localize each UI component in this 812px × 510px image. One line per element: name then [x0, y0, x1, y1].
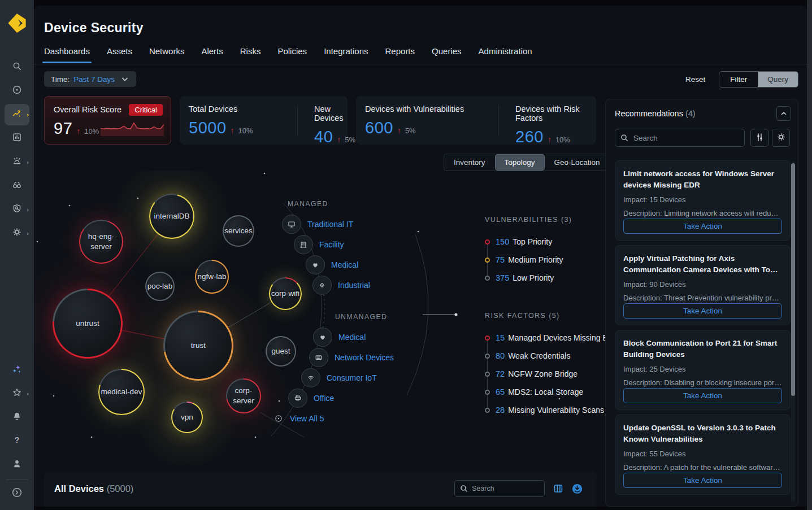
devices-search-input[interactable]: [454, 480, 545, 497]
view-tab-inventory[interactable]: Inventory: [444, 154, 495, 171]
tab-dashboards[interactable]: Dashboards: [44, 46, 90, 63]
filter-button[interactable]: Filter: [719, 72, 758, 87]
user-icon: [12, 459, 22, 471]
sidebar-nav-top: ››››: [0, 56, 34, 244]
tab-queries[interactable]: Queries: [432, 46, 462, 63]
category-item-network-devices[interactable]: Network Devices: [309, 348, 394, 367]
list-item[interactable]: 75Medium Priority: [485, 251, 620, 269]
sidebar-item-alerts[interactable]: ›: [5, 151, 29, 173]
list-item[interactable]: 375Low Priority: [485, 269, 620, 287]
settings-button[interactable]: [772, 129, 790, 147]
sidebar-item-discover[interactable]: [5, 175, 29, 197]
sort-filter-button[interactable]: [750, 129, 768, 147]
download-icon[interactable]: [572, 483, 583, 494]
collapse-panel-button[interactable]: [776, 106, 791, 121]
recommendations-search-input[interactable]: [615, 129, 745, 147]
query-button[interactable]: Query: [758, 72, 798, 87]
heart-icon: [306, 255, 325, 274]
topology-node-medical-dev[interactable]: medical-dev: [98, 369, 145, 415]
category-item-traditional-it[interactable]: Traditional IT: [282, 215, 353, 234]
category-item-facility[interactable]: Facility: [294, 235, 344, 254]
topology-node-trust[interactable]: trust: [163, 311, 233, 381]
topology-node-corp-server[interactable]: corp- server: [226, 378, 261, 413]
recommendation-card: Update OpenSSL to Version 3.0.3 to Patch…: [615, 415, 791, 495]
sidebar-item-favorites[interactable]: ›: [5, 383, 29, 404]
kpi-title: Devices with Vulnerabilities: [365, 104, 464, 114]
sidebar-item-settings[interactable]: ›: [5, 223, 29, 244]
category-item-office[interactable]: Office: [288, 389, 334, 408]
tab-policies[interactable]: Policies: [277, 46, 307, 63]
svg-text:?: ?: [15, 435, 20, 444]
sidebar-item-detect[interactable]: [5, 80, 29, 102]
sidebar-item-asset-search[interactable]: ›: [5, 199, 29, 220]
sidebar-item-search[interactable]: [5, 56, 29, 78]
take-action-button[interactable]: Take Action: [623, 388, 782, 403]
status-dot-icon: [485, 354, 490, 359]
tab-reports[interactable]: Reports: [385, 46, 415, 63]
category-item-medical[interactable]: Medical: [306, 255, 358, 274]
building-icon: [294, 235, 313, 254]
columns-icon[interactable]: [553, 483, 563, 494]
topology-node-hq-eng-server[interactable]: hq-eng- server: [79, 220, 123, 264]
reset-button[interactable]: Reset: [685, 75, 705, 84]
list-item[interactable]: 150Top Priority: [485, 233, 620, 251]
kpi-divider: [498, 105, 499, 136]
tab-assets[interactable]: Assets: [107, 46, 132, 63]
tab-administration[interactable]: Administration: [479, 46, 532, 63]
status-dot-icon: [485, 390, 490, 395]
topology-node-services[interactable]: services: [223, 215, 254, 247]
recommendation-title: Block Communication to Port 21 for Smart…: [623, 338, 782, 360]
tab-risks[interactable]: Risks: [240, 46, 261, 63]
scrollbar-thumb[interactable]: [791, 163, 795, 396]
recommendations-title: Recommendations (4): [615, 109, 696, 118]
list-item[interactable]: 15Managed Devices Missing EDR: [485, 329, 620, 347]
node-label: ngfw-lab: [197, 272, 226, 282]
sidebar-item-notifications[interactable]: [5, 407, 29, 428]
recommendation-card: Apply Virtual Patching for Axis Communic…: [615, 245, 791, 325]
time-filter[interactable]: Time: Past 7 Days: [44, 71, 136, 87]
view-tab-topology[interactable]: Topology: [495, 154, 545, 171]
sidebar-item-help[interactable]: ?: [5, 430, 29, 452]
sidebar-item-collapse[interactable]: [5, 483, 29, 504]
all-devices-bar: All Devices (5000): [44, 472, 596, 507]
topology-node-ngfw-lab[interactable]: ngfw-lab: [195, 260, 229, 294]
topology-node-guest[interactable]: guest: [266, 336, 296, 367]
node-body: corp-wifi: [270, 278, 301, 309]
list-item[interactable]: 80Weak Credentials: [485, 347, 620, 365]
chevron-up-icon: [779, 108, 788, 119]
category-item-consumer-iot[interactable]: Consumer IoT: [301, 368, 377, 387]
take-action-button[interactable]: Take Action: [623, 303, 782, 319]
devices-search: [454, 480, 545, 497]
page-title: Device Security: [44, 20, 144, 36]
view-tab-geo-location[interactable]: Geo-Location: [545, 154, 610, 171]
page-scroll-gutter[interactable]: [807, 0, 812, 510]
tab-networks[interactable]: Networks: [149, 46, 185, 63]
list-item[interactable]: 28Missing Vulnerability Scans: [485, 401, 620, 419]
forescout-logo: [7, 14, 27, 33]
sidebar-item-user[interactable]: [5, 454, 29, 476]
category-item-industrial[interactable]: Industrial: [312, 276, 370, 295]
tab-alerts[interactable]: Alerts: [201, 46, 223, 63]
gear-icon: [776, 132, 786, 143]
kpi-divider: [297, 105, 298, 136]
sidebar-item-reports[interactable]: [5, 128, 29, 149]
topology-node-vpn[interactable]: vpn: [171, 402, 203, 433]
tab-integrations[interactable]: Integrations: [324, 46, 368, 63]
category-item-medical[interactable]: Medical: [313, 328, 366, 347]
toolbar-right: Reset Filter Query: [685, 71, 798, 88]
category-label: Network Devices: [335, 353, 394, 362]
topology-node-poc-lab[interactable]: poc-lab: [145, 272, 175, 301]
node-label: vpn: [181, 412, 193, 422]
topology-node-untrust[interactable]: untrust: [53, 289, 123, 359]
status-dot-icon: [485, 335, 490, 341]
category-item-view-all[interactable]: View All 5: [273, 413, 324, 424]
take-action-button[interactable]: Take Action: [623, 473, 782, 488]
sidebar-item-dashboards[interactable]: ›: [5, 104, 29, 125]
chevron-right-icon: ›: [27, 230, 29, 237]
sidebar-item-ai-assistant[interactable]: [5, 359, 29, 381]
topology-node-internaldb[interactable]: internalDB: [149, 194, 194, 239]
take-action-button[interactable]: Take Action: [623, 219, 782, 234]
list-item[interactable]: 72NGFW Zone Bridge: [485, 365, 620, 383]
list-item[interactable]: 65MDS2: Local Storage: [485, 383, 620, 401]
topology-node-corp-wifi[interactable]: corp-wifi: [269, 277, 302, 310]
